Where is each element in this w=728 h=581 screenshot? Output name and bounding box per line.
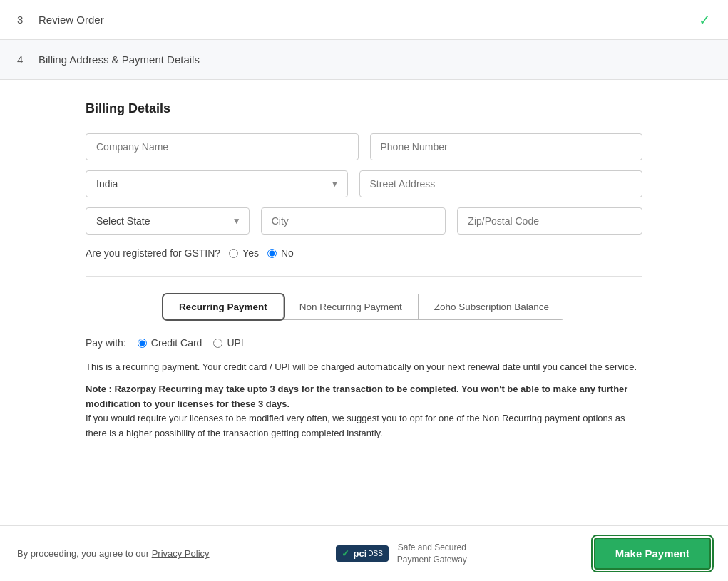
upi-text: UPI bbox=[227, 337, 243, 349]
dss-text: DSS bbox=[368, 550, 383, 557]
city-input[interactable] bbox=[261, 207, 446, 235]
step-3-number: 3 bbox=[17, 14, 39, 26]
tab-recurring-label: Recurring Payment bbox=[179, 302, 267, 312]
step-3-title: Review Order bbox=[39, 14, 699, 26]
credit-card-radio[interactable] bbox=[138, 339, 147, 348]
pci-logo: ✓ pci DSS bbox=[336, 545, 388, 562]
form-row-1 bbox=[86, 133, 642, 160]
section-divider bbox=[86, 276, 642, 277]
phone-number-input[interactable] bbox=[370, 133, 643, 160]
upi-radio[interactable] bbox=[213, 339, 222, 348]
secure-text: Safe and SecuredPayment Gateway bbox=[397, 542, 467, 566]
gstin-row: Are you registered for GSTIN? Yes No bbox=[86, 247, 642, 259]
step-4-row: 4 Billing Address & Payment Details bbox=[0, 40, 728, 80]
country-select-wrap: India United States United Kingdom ▼ bbox=[86, 170, 348, 197]
footer-left: By proceeding, you agree to our Privacy … bbox=[17, 548, 210, 559]
step-4-title: Billing Address & Payment Details bbox=[39, 53, 711, 66]
tab-zoho-balance[interactable]: Zoho Subscription Balance bbox=[419, 294, 565, 319]
step-3-row: 3 Review Order ✓ bbox=[0, 0, 728, 40]
form-row-2: India United States United Kingdom ▼ bbox=[86, 170, 642, 197]
pci-check-icon: ✓ bbox=[342, 548, 349, 559]
tab-zoho-balance-label: Zoho Subscription Balance bbox=[434, 302, 549, 312]
credit-card-label[interactable]: Credit Card bbox=[138, 337, 202, 349]
step-4-number: 4 bbox=[17, 53, 39, 66]
pci-badge: ✓ pci DSS bbox=[336, 545, 388, 562]
company-name-input[interactable] bbox=[86, 133, 359, 160]
note-regular-text: If you would require your licenses to be… bbox=[86, 413, 625, 438]
tab-recurring-payment[interactable]: Recurring Payment bbox=[163, 294, 284, 319]
step-3-check-icon: ✓ bbox=[699, 11, 711, 29]
footer-center: ✓ pci DSS Safe and SecuredPayment Gatewa… bbox=[336, 542, 466, 566]
note-info-text: Note : Razorpay Recurring may take upto … bbox=[86, 382, 642, 441]
state-select-wrap: Select State Maharashtra Karnataka Delhi… bbox=[86, 207, 250, 235]
proceed-text: By proceeding, you agree to our bbox=[17, 548, 149, 559]
pci-text: pci bbox=[353, 548, 366, 559]
payment-tabs-group: Recurring Payment Non Recurring Payment … bbox=[163, 294, 565, 320]
upi-label[interactable]: UPI bbox=[213, 337, 243, 349]
note-bold-text: Note : Razorpay Recurring may take upto … bbox=[86, 384, 627, 409]
gstin-no-label[interactable]: No bbox=[267, 247, 294, 259]
privacy-policy-link[interactable]: Privacy Policy bbox=[152, 548, 210, 559]
gstin-yes-radio[interactable] bbox=[229, 249, 238, 258]
recurring-info-text: This is a recurring payment. Your credit… bbox=[86, 360, 642, 375]
payment-tabs-container: Recurring Payment Non Recurring Payment … bbox=[86, 294, 642, 320]
country-select[interactable]: India United States United Kingdom bbox=[86, 170, 348, 197]
credit-card-text: Credit Card bbox=[151, 337, 202, 349]
gstin-yes-label[interactable]: Yes bbox=[229, 247, 259, 259]
billing-section-title: Billing Details bbox=[86, 101, 642, 116]
gstin-no-radio[interactable] bbox=[267, 249, 277, 258]
main-content: Billing Details India United States Unit… bbox=[0, 80, 728, 525]
zip-input[interactable] bbox=[457, 207, 642, 235]
gstin-no-text: No bbox=[281, 247, 294, 259]
footer: By proceeding, you agree to our Privacy … bbox=[0, 525, 728, 581]
tab-non-recurring-label: Non Recurring Payment bbox=[299, 302, 402, 312]
pay-with-label: Pay with: bbox=[86, 337, 126, 349]
gstin-label: Are you registered for GSTIN? bbox=[86, 247, 220, 259]
gstin-yes-text: Yes bbox=[242, 247, 259, 259]
make-payment-button[interactable]: Make Payment bbox=[594, 538, 711, 570]
tab-non-recurring-payment[interactable]: Non Recurring Payment bbox=[284, 294, 419, 319]
state-select[interactable]: Select State Maharashtra Karnataka Delhi bbox=[86, 207, 250, 235]
form-row-3: Select State Maharashtra Karnataka Delhi… bbox=[86, 207, 642, 235]
street-address-input[interactable] bbox=[359, 170, 643, 197]
pay-with-row: Pay with: Credit Card UPI bbox=[86, 337, 642, 349]
